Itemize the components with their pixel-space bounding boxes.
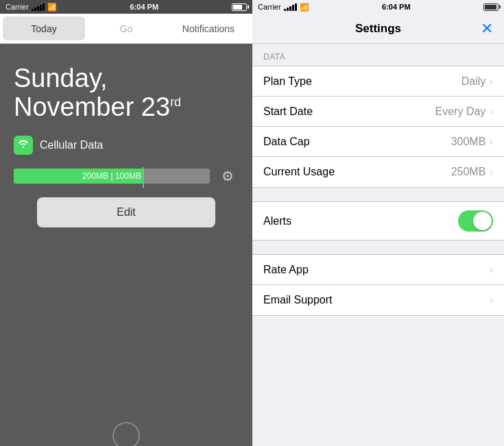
data-cap-text: 300MB	[451, 136, 486, 148]
plan-type-row[interactable]: Plan Type Daily ›	[252, 66, 504, 97]
battery-fill-right	[485, 5, 496, 10]
carrier-text-right: Carrier	[258, 3, 281, 11]
alerts-row: Alerts	[252, 201, 504, 240]
tab-today[interactable]: Today	[3, 16, 85, 40]
current-usage-text: 250MB	[451, 166, 486, 178]
home-indicator-left	[0, 425, 252, 446]
rate-app-chevron: ›	[490, 264, 493, 275]
start-date-row[interactable]: Start Date Every Day ›	[252, 97, 504, 127]
edit-button[interactable]: Edit	[37, 197, 215, 227]
battery-fill-left	[233, 5, 242, 10]
plan-type-value: Daily ›	[461, 75, 493, 88]
time-left: 6:04 PM	[130, 3, 159, 11]
signal-icon-left	[32, 3, 45, 11]
settings-title: Settings	[355, 22, 401, 36]
rate-app-row[interactable]: Rate App ›	[252, 255, 504, 285]
home-button[interactable]	[112, 422, 140, 446]
battery-right	[483, 3, 499, 11]
status-bar-left: Carrier 📶 6:04 PM	[0, 0, 252, 14]
current-usage-row[interactable]: Current Usage 250MB ›	[252, 157, 504, 187]
carrier-text-left: Carrier	[5, 3, 29, 11]
date-line2: November 23	[14, 92, 170, 121]
alerts-toggle[interactable]	[458, 210, 493, 232]
email-support-row[interactable]: Email Support ›	[252, 285, 504, 315]
data-cap-value: 300MB ›	[451, 136, 493, 148]
date-suffix: rd	[170, 95, 181, 109]
battery-icon-right	[483, 3, 499, 11]
cellular-row: Cellular Data	[14, 136, 239, 155]
main-content-left: Sunday, November 23rd Cellular Data 200M…	[0, 44, 252, 425]
nav-bar-right: Settings ✕	[252, 14, 504, 44]
cellular-label: Cellular Data	[40, 139, 103, 151]
tab-bar-left: Today Go Notifications	[0, 14, 252, 44]
current-usage-chevron: ›	[490, 166, 493, 177]
right-panel: Carrier 📶 6:04 PM Settings ✕ DATA	[252, 0, 504, 446]
current-usage-value: 250MB ›	[451, 166, 493, 178]
data-section-header: DATA	[252, 44, 504, 66]
data-bar-container: 200MB | 100MB	[14, 169, 210, 184]
data-cap-row[interactable]: Data Cap 300MB ›	[252, 127, 504, 157]
other-settings-group: Rate App › Email Support ›	[252, 254, 504, 316]
data-bar-row: 200MB | 100MB ⚙	[14, 165, 239, 187]
signal-icon-right	[284, 3, 297, 11]
email-support-value: ›	[490, 295, 493, 306]
data-settings-group: Plan Type Daily › Start Date Every Day ›…	[252, 66, 504, 188]
start-date-label: Start Date	[263, 106, 313, 118]
time-right: 6:04 PM	[382, 3, 411, 11]
status-bar-right: Carrier 📶 6:04 PM	[252, 0, 504, 14]
data-cap-chevron: ›	[490, 136, 493, 147]
current-usage-label: Current Usage	[263, 166, 335, 178]
gear-button[interactable]: ⚙	[217, 165, 239, 187]
start-date-text: Every Day	[435, 106, 486, 118]
start-date-value: Every Day ›	[435, 106, 493, 118]
settings-content: DATA Plan Type Daily › Start Date Every …	[252, 44, 504, 446]
tab-go[interactable]: Go	[85, 16, 167, 40]
plan-type-label: Plan Type	[263, 75, 312, 88]
left-panel: Carrier 📶 6:04 PM Today Go Notification	[0, 0, 252, 446]
plan-type-text: Daily	[461, 75, 486, 88]
plan-type-chevron: ›	[490, 76, 493, 87]
toggle-thumb	[473, 212, 492, 230]
cellular-icon	[14, 136, 33, 155]
email-support-label: Email Support	[263, 294, 333, 306]
carrier-left: Carrier 📶	[5, 3, 57, 12]
data-cap-label: Data Cap	[263, 136, 310, 148]
bar-cursor	[143, 167, 144, 188]
rate-app-label: Rate App	[263, 264, 309, 276]
date-line1: Sunday,	[14, 64, 108, 92]
rate-app-value: ›	[490, 264, 493, 275]
alerts-label: Alerts	[263, 215, 291, 227]
wifi-icon-left: 📶	[47, 3, 57, 12]
carrier-right: Carrier 📶	[258, 3, 309, 12]
close-button[interactable]: ✕	[481, 20, 493, 38]
cellular-svg	[17, 139, 29, 151]
battery-left	[232, 3, 247, 11]
data-bar-label: 200MB | 100MB	[14, 169, 210, 184]
email-support-chevron: ›	[490, 295, 493, 306]
battery-icon-left	[232, 3, 247, 11]
start-date-chevron: ›	[490, 106, 493, 117]
wifi-icon-right: 📶	[300, 3, 309, 12]
tab-notifications[interactable]: Notifications	[167, 16, 250, 40]
date-heading: Sunday, November 23rd	[14, 64, 239, 122]
